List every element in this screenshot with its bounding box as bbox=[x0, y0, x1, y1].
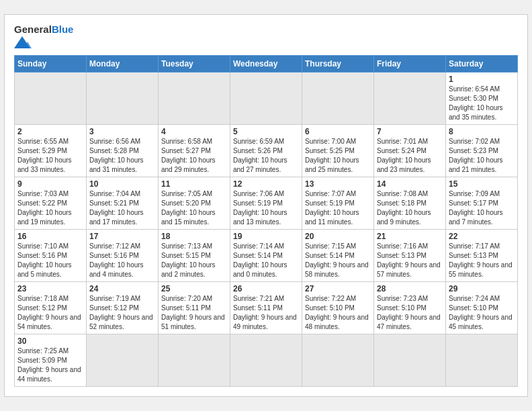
day-info: Sunrise: 7:07 AMSunset: 5:19 PMDaylight:… bbox=[305, 189, 371, 227]
day-cell: 30Sunrise: 7:25 AMSunset: 5:09 PMDayligh… bbox=[15, 334, 87, 387]
week-row-1: 1Sunrise: 6:54 AMSunset: 5:30 PMDaylight… bbox=[15, 73, 518, 125]
day-info: Sunrise: 7:02 AMSunset: 5:23 PMDaylight:… bbox=[449, 137, 515, 175]
day-cell: 28Sunrise: 7:23 AMSunset: 5:10 PMDayligh… bbox=[374, 282, 446, 334]
day-number: 12 bbox=[233, 179, 299, 189]
weekday-header-sunday: Sunday bbox=[15, 56, 87, 73]
day-info: Sunrise: 7:21 AMSunset: 5:11 PMDaylight:… bbox=[233, 294, 299, 332]
day-info: Sunrise: 7:06 AMSunset: 5:19 PMDaylight:… bbox=[233, 189, 299, 227]
week-row-4: 16Sunrise: 7:10 AMSunset: 5:16 PMDayligh… bbox=[15, 230, 518, 282]
day-number: 26 bbox=[233, 284, 299, 293]
logo: GeneralBlue bbox=[14, 24, 73, 52]
day-number: 4 bbox=[161, 127, 227, 136]
logo-icon bbox=[14, 36, 41, 48]
day-cell bbox=[87, 334, 159, 387]
weekday-header-friday: Friday bbox=[374, 56, 446, 73]
day-cell: 9Sunrise: 7:03 AMSunset: 5:22 PMDaylight… bbox=[15, 177, 87, 230]
day-cell: 25Sunrise: 7:20 AMSunset: 5:11 PMDayligh… bbox=[159, 282, 230, 334]
day-cell: 14Sunrise: 7:08 AMSunset: 5:18 PMDayligh… bbox=[374, 177, 446, 230]
day-cell: 2Sunrise: 6:55 AMSunset: 5:29 PMDaylight… bbox=[15, 125, 87, 177]
day-number: 9 bbox=[17, 179, 83, 189]
day-info: Sunrise: 7:23 AMSunset: 5:10 PMDaylight:… bbox=[377, 294, 443, 332]
day-number: 20 bbox=[305, 232, 371, 241]
weekday-header-thursday: Thursday bbox=[302, 56, 374, 73]
day-info: Sunrise: 7:22 AMSunset: 5:10 PMDaylight:… bbox=[305, 294, 371, 332]
day-cell bbox=[230, 334, 302, 387]
day-number: 29 bbox=[449, 284, 515, 293]
day-cell: 1Sunrise: 6:54 AMSunset: 5:30 PMDaylight… bbox=[446, 73, 518, 125]
day-info: Sunrise: 7:24 AMSunset: 5:10 PMDaylight:… bbox=[449, 294, 515, 332]
day-info: Sunrise: 7:05 AMSunset: 5:20 PMDaylight:… bbox=[161, 189, 227, 227]
day-cell: 15Sunrise: 7:09 AMSunset: 5:17 PMDayligh… bbox=[446, 177, 518, 230]
day-info: Sunrise: 7:04 AMSunset: 5:21 PMDaylight:… bbox=[89, 189, 155, 227]
day-number: 19 bbox=[233, 232, 299, 241]
day-cell bbox=[302, 73, 374, 125]
day-number: 25 bbox=[161, 284, 227, 293]
day-cell: 22Sunrise: 7:17 AMSunset: 5:13 PMDayligh… bbox=[446, 230, 518, 282]
day-cell bbox=[230, 73, 302, 125]
day-number: 27 bbox=[305, 284, 371, 293]
logo-blue: Blue bbox=[52, 24, 74, 35]
day-cell bbox=[374, 73, 446, 125]
day-info: Sunrise: 7:20 AMSunset: 5:11 PMDaylight:… bbox=[161, 294, 227, 332]
day-info: Sunrise: 7:00 AMSunset: 5:25 PMDaylight:… bbox=[305, 137, 371, 175]
day-cell bbox=[446, 334, 518, 387]
day-info: Sunrise: 7:16 AMSunset: 5:13 PMDaylight:… bbox=[377, 242, 443, 279]
day-info: Sunrise: 6:58 AMSunset: 5:27 PMDaylight:… bbox=[161, 137, 227, 175]
day-info: Sunrise: 7:19 AMSunset: 5:12 PMDaylight:… bbox=[89, 294, 155, 332]
day-info: Sunrise: 7:01 AMSunset: 5:24 PMDaylight:… bbox=[377, 137, 443, 175]
day-number: 30 bbox=[17, 336, 83, 346]
day-cell: 27Sunrise: 7:22 AMSunset: 5:10 PMDayligh… bbox=[302, 282, 374, 334]
day-info: Sunrise: 7:12 AMSunset: 5:16 PMDaylight:… bbox=[89, 242, 155, 279]
week-row-6: 30Sunrise: 7:25 AMSunset: 5:09 PMDayligh… bbox=[15, 334, 518, 387]
day-number: 11 bbox=[161, 179, 227, 189]
day-number: 6 bbox=[305, 127, 371, 136]
day-number: 2 bbox=[17, 127, 83, 136]
day-number: 24 bbox=[89, 284, 155, 293]
day-info: Sunrise: 7:08 AMSunset: 5:18 PMDaylight:… bbox=[377, 189, 443, 227]
day-cell: 16Sunrise: 7:10 AMSunset: 5:16 PMDayligh… bbox=[15, 230, 87, 282]
day-cell: 6Sunrise: 7:00 AMSunset: 5:25 PMDaylight… bbox=[302, 125, 374, 177]
calendar-container: GeneralBlue SundayMondayTuesdayWednesday… bbox=[4, 14, 528, 398]
weekday-header-saturday: Saturday bbox=[446, 56, 518, 73]
day-cell bbox=[87, 73, 159, 125]
day-cell: 10Sunrise: 7:04 AMSunset: 5:21 PMDayligh… bbox=[87, 177, 159, 230]
day-info: Sunrise: 7:03 AMSunset: 5:22 PMDaylight:… bbox=[17, 189, 83, 227]
week-row-5: 23Sunrise: 7:18 AMSunset: 5:12 PMDayligh… bbox=[15, 282, 518, 334]
day-cell bbox=[159, 73, 230, 125]
day-info: Sunrise: 7:14 AMSunset: 5:14 PMDaylight:… bbox=[233, 242, 299, 279]
day-info: Sunrise: 7:13 AMSunset: 5:15 PMDaylight:… bbox=[161, 242, 227, 279]
day-info: Sunrise: 7:10 AMSunset: 5:16 PMDaylight:… bbox=[17, 242, 83, 279]
day-number: 17 bbox=[89, 232, 155, 241]
calendar-table: SundayMondayTuesdayWednesdayThursdayFrid… bbox=[14, 55, 518, 387]
day-cell: 12Sunrise: 7:06 AMSunset: 5:19 PMDayligh… bbox=[230, 177, 302, 230]
day-cell: 4Sunrise: 6:58 AMSunset: 5:27 PMDaylight… bbox=[159, 125, 230, 177]
day-info: Sunrise: 7:09 AMSunset: 5:17 PMDaylight:… bbox=[449, 189, 515, 227]
week-row-3: 9Sunrise: 7:03 AMSunset: 5:22 PMDaylight… bbox=[15, 177, 518, 230]
day-number: 14 bbox=[377, 179, 443, 189]
day-cell: 8Sunrise: 7:02 AMSunset: 5:23 PMDaylight… bbox=[446, 125, 518, 177]
day-number: 15 bbox=[449, 179, 515, 189]
calendar-header: GeneralBlue bbox=[14, 21, 518, 52]
day-cell: 18Sunrise: 7:13 AMSunset: 5:15 PMDayligh… bbox=[159, 230, 230, 282]
day-number: 3 bbox=[89, 127, 155, 136]
day-info: Sunrise: 6:59 AMSunset: 5:26 PMDaylight:… bbox=[233, 137, 299, 175]
day-cell: 23Sunrise: 7:18 AMSunset: 5:12 PMDayligh… bbox=[15, 282, 87, 334]
day-info: Sunrise: 7:25 AMSunset: 5:09 PMDaylight:… bbox=[17, 347, 83, 384]
day-cell: 7Sunrise: 7:01 AMSunset: 5:24 PMDaylight… bbox=[374, 125, 446, 177]
day-cell bbox=[374, 334, 446, 387]
day-number: 28 bbox=[377, 284, 443, 293]
day-number: 16 bbox=[17, 232, 83, 241]
day-number: 22 bbox=[449, 232, 515, 241]
day-info: Sunrise: 6:56 AMSunset: 5:28 PMDaylight:… bbox=[89, 137, 155, 175]
day-number: 1 bbox=[449, 75, 515, 84]
week-row-2: 2Sunrise: 6:55 AMSunset: 5:29 PMDaylight… bbox=[15, 125, 518, 177]
day-cell: 13Sunrise: 7:07 AMSunset: 5:19 PMDayligh… bbox=[302, 177, 374, 230]
weekday-header-row: SundayMondayTuesdayWednesdayThursdayFrid… bbox=[15, 56, 518, 73]
day-cell: 5Sunrise: 6:59 AMSunset: 5:26 PMDaylight… bbox=[230, 125, 302, 177]
day-cell bbox=[159, 334, 230, 387]
day-number: 5 bbox=[233, 127, 299, 136]
day-cell: 17Sunrise: 7:12 AMSunset: 5:16 PMDayligh… bbox=[87, 230, 159, 282]
weekday-header-tuesday: Tuesday bbox=[159, 56, 230, 73]
day-number: 8 bbox=[449, 127, 515, 136]
day-cell: 19Sunrise: 7:14 AMSunset: 5:14 PMDayligh… bbox=[230, 230, 302, 282]
